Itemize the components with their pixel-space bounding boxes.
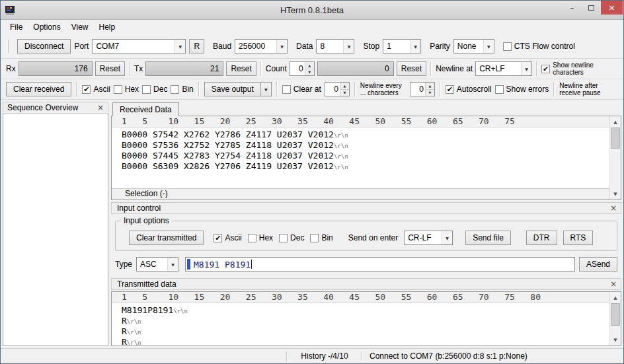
menu-bar: File Options View Help <box>1 20 623 34</box>
separator <box>430 61 432 76</box>
clear-received-button[interactable]: Clear received <box>6 82 71 96</box>
send-on-enter-value: CR-LF <box>408 233 442 242</box>
window-controls: – × <box>563 1 623 15</box>
save-output-button[interactable]: Save output <box>204 82 261 96</box>
received-tabs: Received Data <box>111 102 621 116</box>
send-file-button[interactable]: Send file <box>465 231 511 245</box>
ascii-label: Ascii <box>93 85 110 94</box>
rx-label: Rx <box>6 64 16 73</box>
sequence-overview-title: Sequence Overview <box>7 103 78 112</box>
clear-at-checkbox[interactable]: Clear at <box>282 85 321 94</box>
show-errors-label: Show errors <box>506 85 549 94</box>
scroll-thumb[interactable] <box>611 303 620 326</box>
rescan-ports-button[interactable]: R <box>189 39 204 54</box>
bin-label: Bin <box>321 233 332 242</box>
spin-up-icon[interactable]: ▲ <box>426 83 434 90</box>
close-icon[interactable]: × <box>95 103 106 112</box>
show-newline-checkbox[interactable]: ✔ Show newline characters <box>541 61 604 76</box>
column-ruler: 1 5 10 15 20 25 30 35 40 45 50 55 60 65 … <box>112 292 609 303</box>
chevron-down-icon: ▼ <box>442 231 452 244</box>
menu-file[interactable]: File <box>5 20 28 34</box>
save-output-split-button: Save output ▼ <box>204 82 272 96</box>
scroll-up-icon[interactable]: ▲ <box>610 116 621 127</box>
bin-display-checkbox[interactable]: Bin <box>171 85 193 94</box>
spin-up-icon[interactable]: ▲ <box>305 62 314 69</box>
input-type-value: ASC <box>140 260 167 269</box>
maximize-icon <box>588 5 594 11</box>
transmitted-vertical-scrollbar[interactable]: ▲ ▼ <box>609 292 621 346</box>
spin-down-icon[interactable]: ▼ <box>305 69 314 76</box>
baud-select[interactable]: 256000 ▼ <box>235 39 288 54</box>
ascii-input-checkbox[interactable]: ✔ Ascii <box>214 233 241 242</box>
chevron-down-icon: ▼ <box>276 40 287 53</box>
chevron-down-icon: ▼ <box>521 62 531 75</box>
spin-down-icon[interactable]: ▼ <box>426 90 434 96</box>
close-icon[interactable]: × <box>608 203 619 213</box>
send-input-field[interactable]: M8191 P8191 <box>185 257 575 272</box>
clear-at-spinner[interactable]: 0 ▲▼ <box>325 82 350 96</box>
send-on-enter-select[interactable]: CR-LF ▼ <box>404 231 453 245</box>
count-spinner[interactable]: 0 ▲▼ <box>290 61 315 76</box>
autoscroll-checkbox[interactable]: ✔ Autoscroll <box>446 85 492 94</box>
check-icon: ✔ <box>215 235 221 242</box>
asend-button[interactable]: ASend <box>579 257 617 272</box>
hex-label: Hex <box>125 85 139 94</box>
separator <box>553 82 555 96</box>
scroll-up-icon[interactable]: ▲ <box>610 292 621 303</box>
disconnect-button[interactable]: Disconnect <box>17 39 71 54</box>
minimize-button[interactable]: – <box>563 1 582 15</box>
received-vertical-scrollbar[interactable]: ▲ ▼ <box>609 116 621 200</box>
input-type-select[interactable]: ASC ▼ <box>136 257 178 272</box>
tab-received-data[interactable]: Received Data <box>112 102 179 116</box>
ascii-display-checkbox[interactable]: ✔ Ascii <box>82 85 110 94</box>
newline-every-value: 0 <box>410 83 425 96</box>
menu-help[interactable]: Help <box>94 20 121 34</box>
port-select[interactable]: COM7 ▼ <box>92 39 186 54</box>
scroll-thumb[interactable] <box>611 127 620 149</box>
baud-label: Baud <box>213 42 231 51</box>
checkbox-box <box>503 42 512 51</box>
rx-reset-button[interactable]: Reset <box>95 61 125 76</box>
port-value: COM7 <box>96 42 175 51</box>
tx-reset-button[interactable]: Reset <box>226 61 256 76</box>
newline-at-select[interactable]: CR+LF ▼ <box>475 61 532 76</box>
parity-label: Parity <box>430 42 450 51</box>
separator <box>76 82 77 96</box>
stop-bits-select[interactable]: 1 ▼ <box>383 39 421 54</box>
newline-at-value: CR+LF <box>479 64 521 73</box>
scroll-down-icon[interactable]: ▼ <box>610 334 621 346</box>
newline-every-spinner[interactable]: 0 ▲▼ <box>410 82 435 96</box>
dec-input-checkbox[interactable]: Dec <box>279 233 304 242</box>
data-bits-select[interactable]: 8 ▼ <box>316 39 354 54</box>
spin-down-icon[interactable]: ▼ <box>340 90 349 96</box>
show-errors-checkbox[interactable]: Show errors <box>495 85 549 94</box>
chevron-down-icon: ▼ <box>175 40 185 53</box>
clear-transmitted-button[interactable]: Clear transmitted <box>129 231 204 245</box>
transmitted-terminal[interactable]: 1 5 10 15 20 25 30 35 40 45 50 55 60 65 … <box>112 292 609 346</box>
received-terminal[interactable]: 1 5 10 15 20 25 30 35 40 45 50 55 60 65 … <box>112 116 609 188</box>
checkbox-box <box>142 85 151 94</box>
close-button[interactable]: × <box>601 1 623 15</box>
parity-select[interactable]: None ▼ <box>453 39 494 54</box>
cts-flow-control-checkbox[interactable]: CTS Flow control <box>503 42 575 51</box>
rts-button[interactable]: RTS <box>563 231 594 245</box>
title-bar[interactable]: HTerm 0.8.1beta – × <box>1 1 623 20</box>
hex-input-checkbox[interactable]: Hex <box>248 233 273 242</box>
scroll-down-icon[interactable]: ▼ <box>610 188 621 200</box>
checkbox-box <box>495 85 504 94</box>
dec-display-checkbox[interactable]: Dec <box>142 85 167 94</box>
count-reset-button[interactable]: Reset <box>397 61 426 76</box>
menu-view[interactable]: View <box>66 20 94 34</box>
bin-input-checkbox[interactable]: Bin <box>310 233 332 242</box>
spin-up-icon[interactable]: ▲ <box>340 83 349 90</box>
menu-options[interactable]: Options <box>28 20 65 34</box>
toolbar-grip[interactable] <box>6 40 9 53</box>
dtr-button[interactable]: DTR <box>526 231 557 245</box>
sequence-overview-header: Sequence Overview × <box>3 102 108 114</box>
close-icon[interactable]: × <box>608 279 619 289</box>
save-output-menu-button[interactable]: ▼ <box>261 82 272 96</box>
hex-display-checkbox[interactable]: Hex <box>114 85 139 94</box>
maximize-button[interactable] <box>582 1 601 15</box>
tx-count-field: 21 <box>145 61 223 76</box>
received-data-pane: 1 5 10 15 20 25 30 35 40 45 50 55 60 65 … <box>111 116 621 200</box>
